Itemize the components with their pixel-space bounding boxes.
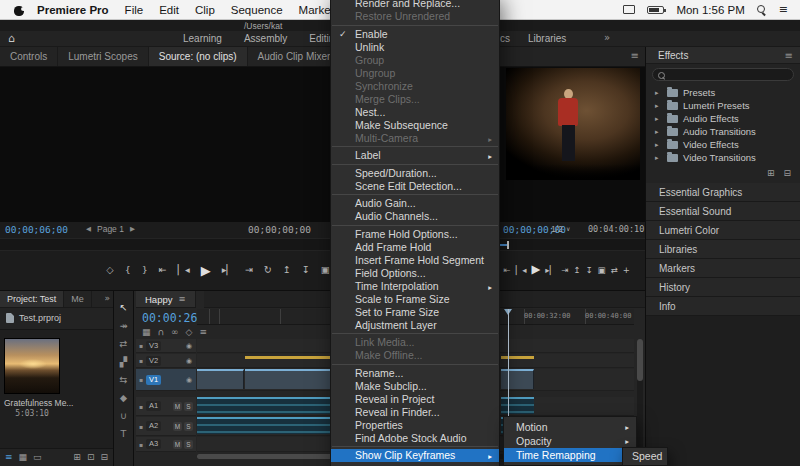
button-editor-icon[interactable]: + <box>623 266 630 275</box>
project-root-item[interactable]: Test.prproj <box>6 313 61 323</box>
twirl-icon[interactable]: ▸ <box>655 141 662 149</box>
video-clip[interactable] <box>197 369 244 389</box>
audio-clip[interactable] <box>197 397 331 414</box>
mute-button[interactable]: M <box>173 422 182 431</box>
video-clip-minimized[interactable] <box>245 356 331 359</box>
go-to-out-icon[interactable]: ⇥ <box>245 265 253 275</box>
project-tabs-overflow-icon[interactable]: » <box>104 293 110 303</box>
workspace-tab-assembly[interactable]: Assembly <box>244 33 287 44</box>
mark-in-icon[interactable]: { <box>125 265 131 275</box>
mute-button[interactable]: M <box>173 440 182 449</box>
apple-menu-icon[interactable] <box>13 3 26 17</box>
effects-folder-video-effects[interactable]: ▸Video Effects <box>646 138 800 151</box>
track-header-a1[interactable]: ▪A1MS <box>136 397 196 416</box>
add-marker-icon[interactable]: ◇ <box>186 328 193 337</box>
track-output-icon[interactable]: ◉ <box>186 357 192 365</box>
track-header-v2[interactable]: ▪V2◉ <box>136 354 196 368</box>
pen-tool-icon[interactable]: ◆ <box>120 393 127 403</box>
track-lock-icon[interactable]: ▪ <box>139 376 143 383</box>
menubar-menu-sequence[interactable]: Sequence <box>231 4 283 16</box>
track-output-icon[interactable]: ◉ <box>186 376 192 384</box>
menu-item-properties[interactable]: Properties <box>331 419 499 432</box>
menu-item-speed-duration[interactable]: Speed/Duration... <box>331 167 499 180</box>
workspace-tab-libraries[interactable]: Libraries <box>528 33 566 44</box>
ripple-edit-tool-icon[interactable]: ⇄ <box>120 339 128 349</box>
extract-icon[interactable]: ↧ <box>585 266 592 275</box>
track-lock-icon[interactable]: ▪ <box>139 423 143 430</box>
panel-menu-icon[interactable]: ≡ <box>631 50 639 61</box>
menu-item-label[interactable]: Label▸ <box>331 149 499 162</box>
menu-item-ungroup[interactable]: Ungroup <box>331 67 499 80</box>
delete-custom-item-icon[interactable]: ⊟ <box>783 169 791 178</box>
scrubber-playhead[interactable] <box>507 241 509 249</box>
video-clip[interactable] <box>501 369 534 389</box>
menu-item-audio-gain[interactable]: Audio Gain... <box>331 197 499 210</box>
menu-item-merge-clips[interactable]: Merge Clips... <box>331 93 499 106</box>
menu-item-time-interpolation[interactable]: Time Interpolation▸ <box>331 280 499 293</box>
track-lock-icon[interactable]: ▪ <box>139 342 143 349</box>
play-icon[interactable]: ▶ <box>201 264 211 277</box>
insert-icon[interactable]: ↥ <box>283 265 291 275</box>
export-frame-icon[interactable]: ▣ <box>598 266 606 275</box>
selection-tool-icon[interactable]: ↖ <box>120 303 128 313</box>
solo-button[interactable]: S <box>184 402 193 411</box>
mark-out-icon[interactable]: } <box>142 265 148 275</box>
slip-tool-icon[interactable]: ⇆ <box>120 375 128 385</box>
effects-folder-video-transitions[interactable]: ▸Video Transitions <box>646 151 800 164</box>
menu-item-nest[interactable]: Nest... <box>331 106 499 119</box>
workspace-overflow-icon[interactable]: » <box>604 32 610 43</box>
panel-header-essential-sound[interactable]: Essential Sound <box>646 202 800 221</box>
type-tool-icon[interactable]: T <box>121 429 127 439</box>
menubar-menu-clip[interactable]: Clip <box>195 4 215 16</box>
panel-menu-icon[interactable]: ≡ <box>785 47 793 64</box>
menu-item-show-clip-keyframes[interactable]: Show Clip Keyframes▸ <box>331 449 499 462</box>
clip-thumbnail[interactable] <box>4 338 60 394</box>
icon-view-icon[interactable]: ▦ <box>19 453 28 462</box>
submenu-item-speed[interactable]: Speed <box>623 450 667 463</box>
track-lock-icon[interactable]: ▪ <box>139 403 143 410</box>
submenu-item-time-remapping[interactable]: Time Remapping▸ <box>504 448 636 462</box>
new-item-icon[interactable]: ⊡ <box>87 453 95 462</box>
audio-clip[interactable] <box>501 397 534 414</box>
menu-item-reveal-in-finder[interactable]: Reveal in Finder... <box>331 406 499 419</box>
comparison-view-icon[interactable]: ⇄ <box>611 266 618 275</box>
menu-item-frame-hold-options[interactable]: Frame Hold Options... <box>331 228 499 241</box>
menu-item-find-adobe-stock-audio[interactable]: Find Adobe Stock Audio <box>331 432 499 445</box>
menu-item-multi-camera[interactable]: Multi-Camera▸ <box>331 132 499 145</box>
menu-item-link-media[interactable]: Link Media... <box>331 336 499 349</box>
pager-next-icon[interactable]: ▶ <box>130 225 135 233</box>
menu-item-field-options[interactable]: Field Options... <box>331 267 499 280</box>
video-clip[interactable] <box>245 369 331 389</box>
submenu-item-opacity[interactable]: Opacity▸ <box>504 434 636 448</box>
twirl-icon[interactable]: ▸ <box>655 102 662 110</box>
linked-selection-icon[interactable]: ∞ <box>171 328 179 337</box>
menu-item-enable[interactable]: ✓Enable <box>331 28 499 41</box>
panel-header-history[interactable]: History <box>646 278 800 297</box>
menu-item-make-subsequence[interactable]: Make Subsequence <box>331 119 499 132</box>
control-center-icon[interactable]: ≡ <box>779 3 788 16</box>
add-marker-icon[interactable]: ◇ <box>106 265 113 275</box>
battery-icon[interactable] <box>647 6 664 14</box>
solo-button[interactable]: S <box>184 440 193 449</box>
loop-icon[interactable]: ↻ <box>264 265 272 275</box>
audio-clip[interactable] <box>197 417 331 434</box>
track-select-forward-tool-icon[interactable]: ↠ <box>120 321 128 331</box>
lift-icon[interactable]: ↥ <box>573 266 580 275</box>
tab-project-test[interactable]: Project: Test <box>0 291 64 307</box>
workspace-tab-learning[interactable]: Learning <box>183 33 222 44</box>
overwrite-icon[interactable]: ↧ <box>302 265 310 275</box>
tab-media-browser[interactable]: Me <box>64 291 92 307</box>
panel-tab-controls[interactable]: Controls <box>0 47 58 66</box>
new-custom-bin-icon[interactable]: ⊞ <box>767 169 775 178</box>
new-bin-icon[interactable]: ⊞ <box>73 453 81 462</box>
twirl-icon[interactable]: ▸ <box>655 115 662 123</box>
clip-name[interactable]: Gratefulness Me... <box>4 398 73 408</box>
delete-icon[interactable]: ⊟ <box>100 453 108 462</box>
track-lock-icon[interactable]: ▪ <box>139 441 143 448</box>
panel-header-markers[interactable]: Markers <box>646 259 800 278</box>
track-header-v1[interactable]: ▪V1◉ <box>136 369 196 391</box>
menu-item-adjustment-layer[interactable]: Adjustment Layer <box>331 319 499 332</box>
menu-item-make-subclip[interactable]: Make Subclip... <box>331 380 499 393</box>
menu-item-unlink[interactable]: Unlink <box>331 41 499 54</box>
step-back-icon[interactable]: ▏◂ <box>178 265 190 275</box>
